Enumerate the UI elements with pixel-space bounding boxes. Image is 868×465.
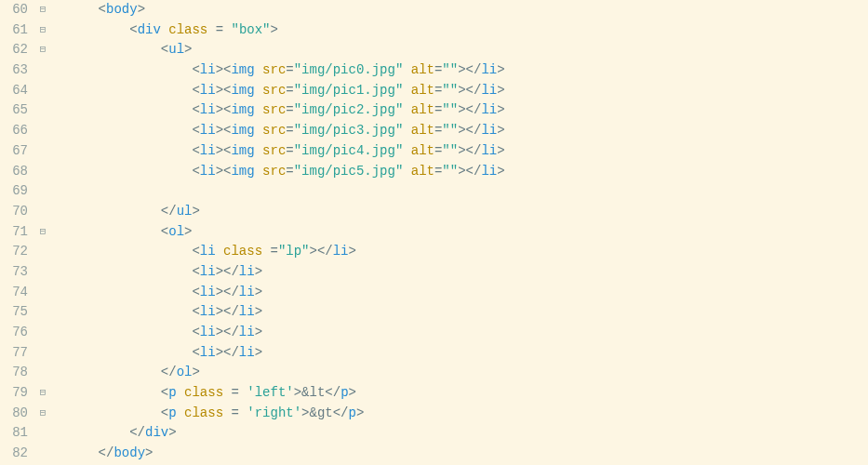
fold-gutter-empty: [35, 363, 50, 383]
line-number[interactable]: 67: [0, 141, 28, 162]
token-txt: [255, 123, 262, 138]
code-line[interactable]: <li></li>: [67, 323, 505, 343]
code-line[interactable]: <p class = 'right'>&gt</p>: [67, 404, 505, 424]
token-punc: <: [192, 304, 199, 319]
indent: [67, 123, 192, 138]
token-op: =: [216, 22, 223, 37]
code-line[interactable]: <li><img src="img/pic3.jpg" alt=""></li>: [67, 121, 505, 141]
code-line[interactable]: </ol>: [67, 363, 505, 383]
token-str: "img/pic5.jpg": [294, 164, 404, 179]
fold-toggle-icon[interactable]: ⊟: [35, 40, 50, 60]
line-number-gutter[interactable]: 6061626364656667686970717273747576777879…: [0, 0, 35, 465]
token-op: =: [286, 102, 293, 117]
token-tag: img: [231, 164, 254, 179]
token-tag: li: [239, 264, 255, 279]
token-str: 'left': [247, 385, 293, 400]
token-str: "img/pic2.jpg": [294, 102, 404, 117]
token-punc: >: [497, 143, 504, 158]
token-txt: [255, 102, 262, 117]
code-line[interactable]: <ol>: [67, 222, 505, 243]
token-attr: src: [262, 123, 286, 138]
line-number[interactable]: 65: [0, 100, 28, 121]
token-txt: [403, 123, 410, 138]
indent: [67, 304, 192, 319]
token-tag: ul: [177, 204, 193, 219]
token-punc: >: [497, 83, 504, 98]
line-number[interactable]: 81: [0, 423, 28, 444]
code-line[interactable]: <li></li>: [67, 283, 505, 303]
fold-toggle-icon[interactable]: ⊟: [35, 222, 50, 243]
token-tag: li: [200, 123, 216, 138]
token-txt: [403, 143, 410, 158]
code-area[interactable]: <body> <div class = "box"> <ul> <li><img…: [50, 0, 505, 465]
token-tag: img: [231, 102, 254, 117]
code-line[interactable]: <li></li>: [67, 262, 505, 283]
token-attr: class: [184, 405, 223, 420]
line-number[interactable]: 62: [0, 40, 28, 60]
token-tag: li: [481, 102, 497, 117]
line-number[interactable]: 63: [0, 60, 28, 81]
token-tag: li: [481, 123, 497, 138]
line-number[interactable]: 73: [0, 262, 28, 283]
line-number[interactable]: 64: [0, 81, 28, 101]
code-line[interactable]: <ul>: [67, 40, 505, 60]
code-line[interactable]: <li><img src="img/pic4.jpg" alt=""></li>: [67, 141, 505, 162]
code-line[interactable]: <p class = 'left'>&lt</p>: [67, 383, 505, 404]
line-number[interactable]: 74: [0, 283, 28, 303]
line-number[interactable]: 72: [0, 242, 28, 262]
code-editor[interactable]: 6061626364656667686970717273747576777879…: [0, 0, 868, 465]
code-line[interactable]: <li></li>: [67, 343, 505, 364]
fold-toggle-icon[interactable]: ⊟: [35, 20, 50, 41]
token-txt: [177, 385, 184, 400]
line-number[interactable]: 77: [0, 343, 28, 364]
code-line[interactable]: <div class = "box">: [67, 20, 505, 41]
code-line[interactable]: </div>: [67, 423, 505, 444]
code-line[interactable]: <body>: [67, 0, 505, 20]
token-tag: li: [200, 102, 216, 117]
line-number[interactable]: 79: [0, 383, 28, 404]
fold-gutter[interactable]: ⊟⊟⊟⊟⊟⊟: [35, 0, 50, 465]
line-number[interactable]: 69: [0, 181, 28, 202]
indent: [67, 224, 161, 239]
code-line[interactable]: <li></li>: [67, 302, 505, 323]
token-str: "img/pic3.jpg": [294, 123, 404, 138]
token-txt: [403, 83, 410, 98]
line-number[interactable]: 75: [0, 302, 28, 323]
line-number[interactable]: 70: [0, 202, 28, 222]
code-line[interactable]: <li><img src="img/pic0.jpg" alt=""></li>: [67, 60, 505, 81]
token-str: "": [442, 123, 458, 138]
token-txt: [161, 22, 168, 37]
token-punc: >: [184, 42, 192, 57]
token-punc: ></: [216, 304, 239, 319]
token-tag: li: [481, 83, 497, 98]
token-punc: >: [138, 2, 145, 17]
token-tag: li: [481, 164, 497, 179]
code-line[interactable]: </ul>: [67, 202, 505, 222]
line-number[interactable]: 82: [0, 444, 28, 464]
code-line[interactable]: <li><img src="img/pic5.jpg" alt=""></li>: [67, 162, 505, 182]
token-txt: [255, 164, 262, 179]
token-punc: <: [192, 164, 199, 179]
code-line[interactable]: <li><img src="img/pic1.jpg" alt=""></li>: [67, 81, 505, 101]
line-number[interactable]: 60: [0, 0, 28, 20]
code-line[interactable]: [67, 181, 505, 202]
line-number[interactable]: 80: [0, 404, 28, 424]
line-number[interactable]: 78: [0, 363, 28, 383]
token-tag: li: [200, 325, 216, 339]
token-punc: >: [271, 22, 278, 37]
line-number[interactable]: 61: [0, 20, 28, 41]
line-number[interactable]: 76: [0, 323, 28, 343]
code-line[interactable]: <li class ="lp"></li>: [67, 242, 505, 262]
fold-toggle-icon[interactable]: ⊟: [35, 383, 50, 404]
line-number[interactable]: 71: [0, 222, 28, 243]
token-str: "": [442, 102, 458, 117]
token-attr: alt: [411, 102, 434, 117]
token-tag: li: [200, 164, 216, 179]
code-line[interactable]: </body>: [67, 444, 505, 464]
code-line[interactable]: <li><img src="img/pic2.jpg" alt=""></li>: [67, 100, 505, 121]
token-txt: [207, 22, 215, 37]
line-number[interactable]: 66: [0, 121, 28, 141]
fold-toggle-icon[interactable]: ⊟: [35, 404, 50, 424]
fold-toggle-icon[interactable]: ⊟: [35, 0, 50, 20]
line-number[interactable]: 68: [0, 162, 28, 182]
